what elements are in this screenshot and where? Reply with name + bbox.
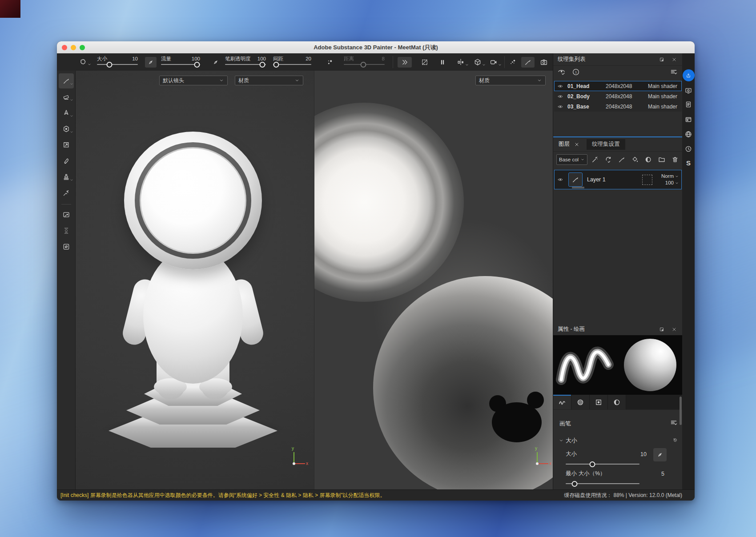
min-size-knob[interactable] (571, 481, 577, 487)
model-head-highlight (163, 161, 203, 191)
paint-tool-button[interactable] (59, 73, 74, 88)
layer-opacity-dropdown[interactable]: 100 (656, 180, 679, 186)
paint-mode-button-active[interactable] (521, 57, 535, 68)
layer-eye-icon[interactable] (558, 177, 567, 182)
share-export-button[interactable] (683, 69, 695, 81)
expand-toolbar-button[interactable] (398, 57, 412, 68)
size-param-slider[interactable] (566, 461, 639, 465)
close-panel-icon[interactable] (670, 325, 679, 334)
flow-pressure-button[interactable] (210, 57, 221, 68)
add-smart-material-icon[interactable] (603, 154, 614, 165)
size-param-knob[interactable] (589, 461, 595, 467)
pause-engine-button[interactable] (436, 57, 449, 68)
tab-alpha[interactable] (571, 395, 590, 409)
polygon-fill-tool-button[interactable] (59, 121, 74, 136)
eraser-tool-button[interactable] (59, 89, 74, 104)
clone-stamp-tool-button[interactable] (59, 169, 74, 184)
undock-panel-icon[interactable] (657, 55, 666, 64)
viewport-2d[interactable]: 材质 y x (314, 71, 553, 489)
size-pressure-button[interactable] (145, 57, 157, 68)
brush-filter-icon[interactable] (670, 419, 678, 428)
eye-icon[interactable] (558, 84, 565, 89)
axis-gizmo-3d: y x (289, 449, 310, 470)
symmetry-button[interactable] (455, 57, 470, 68)
size-slider[interactable]: 大小10 (97, 56, 138, 68)
eye-icon[interactable] (558, 104, 565, 109)
particles-tool-button[interactable] (506, 57, 519, 68)
spacing-label: 间距 (273, 56, 283, 62)
alpha-stamp-button[interactable] (78, 57, 92, 68)
geometry-decal-tool-button[interactable] (59, 137, 74, 152)
distance-label: 距离 (344, 56, 354, 62)
add-folder-icon[interactable] (656, 154, 668, 165)
titlebar[interactable]: Adobe Substance 3D Painter - MeetMat (只读… (57, 41, 695, 54)
tool-strip-divider (61, 204, 71, 204)
size-param-row: 大小 10 (566, 450, 647, 458)
deselect-lasso-icon[interactable] (418, 57, 431, 68)
tab-material[interactable] (608, 395, 626, 409)
collapse-chevron-icon[interactable] (559, 438, 564, 443)
projection-tool-button[interactable] (59, 105, 74, 120)
size-label: 大小 (97, 56, 107, 62)
add-effect-icon[interactable] (589, 154, 601, 165)
geometry-display-button[interactable] (472, 57, 487, 68)
layer-thumbnail[interactable] (568, 172, 583, 187)
texture-set-row[interactable]: 03_Base 2048x2048 Main shader (554, 101, 682, 112)
add-smart-mask-icon[interactable] (643, 154, 654, 165)
viewport-3d[interactable]: 默认镜头 材质 (76, 71, 314, 489)
flow-knob[interactable] (194, 62, 200, 68)
camera-mode-button[interactable] (488, 57, 503, 68)
resources-browser-icon[interactable] (684, 129, 693, 139)
blend-mode-dropdown[interactable]: Norm (656, 173, 679, 180)
tab-texture-set-settings-label: 纹理集设置 (592, 140, 620, 148)
spacing-slider[interactable]: 间距20 (273, 56, 311, 68)
history-panel-icon[interactable] (684, 144, 693, 154)
toggle-all-visibility-icon[interactable] (558, 68, 566, 78)
eye-icon[interactable] (558, 94, 565, 99)
size-group-row[interactable]: 大小 (553, 437, 682, 445)
quick-mask-tool-button[interactable] (59, 207, 74, 222)
layer-row-selected[interactable]: Layer 1 Norm 100 (554, 170, 682, 189)
properties-tabs (553, 395, 682, 410)
shading-dropdown-3d-value: 材质 (238, 77, 249, 84)
size-knob[interactable] (106, 62, 112, 68)
texture-set-filter-icon[interactable] (670, 68, 678, 78)
close-panel-icon[interactable] (670, 55, 679, 64)
camera-dropdown[interactable]: 默认镜头 (159, 76, 228, 85)
tab-layers[interactable]: 图层 (553, 137, 585, 151)
add-fill-layer-icon[interactable] (629, 154, 641, 165)
tab-brush[interactable] (553, 395, 571, 409)
min-size-slider[interactable] (566, 481, 639, 484)
material-picker-tool-button[interactable] (59, 185, 74, 200)
flow-slider[interactable]: 流量100 (161, 56, 200, 68)
shelf-panel-icon[interactable] (684, 115, 693, 124)
solo-visibility-icon[interactable] (572, 68, 580, 78)
right-panel: 纹理集列表 01_Head 2048x2048 Main shader 02_B… (553, 53, 682, 489)
channel-dropdown[interactable]: Base col (556, 154, 587, 165)
shading-dropdown-3d[interactable]: 材质 (235, 76, 303, 85)
smudge-tool-button[interactable] (59, 153, 74, 168)
opacity-slider[interactable]: 笔刷透明度100 (225, 56, 266, 68)
log-panel-icon[interactable] (684, 100, 693, 109)
layer-mask-placeholder[interactable] (642, 175, 652, 185)
add-paint-layer-icon[interactable] (616, 154, 627, 165)
screenshot-button[interactable] (537, 57, 551, 68)
tab-stencil[interactable] (590, 395, 608, 409)
layer-name[interactable]: Layer 1 (587, 176, 642, 183)
spacing-knob[interactable] (273, 62, 279, 68)
axis-origin-dot (293, 462, 295, 465)
shading-dropdown-2d[interactable]: 材质 (475, 76, 546, 85)
texture-set-row[interactable]: 01_Head 2048x2048 Main shader (554, 81, 682, 91)
tab-texture-set-settings[interactable]: 纹理集设置 (587, 139, 625, 150)
undock-panel-icon[interactable] (657, 325, 666, 334)
substance-share-icon[interactable]: S (684, 158, 693, 168)
tab-close-icon[interactable] (574, 142, 579, 147)
resource-updater-tool-button[interactable] (59, 239, 74, 254)
size-pressure-toggle[interactable] (653, 448, 667, 461)
opacity-knob[interactable] (259, 62, 265, 68)
reset-size-icon[interactable] (672, 437, 678, 444)
display-settings-icon[interactable] (684, 86, 693, 96)
texture-set-row[interactable]: 02_Body 2048x2048 Main shader (554, 91, 682, 101)
scatter-dots-icon[interactable] (324, 57, 336, 68)
delete-layer-icon[interactable] (669, 154, 681, 165)
